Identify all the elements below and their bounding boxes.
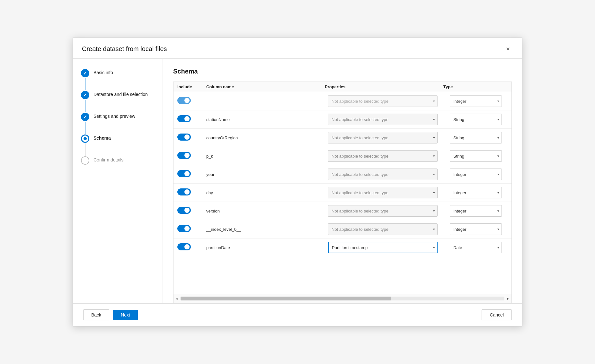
type-wrapper-p_k[interactable]: String Boolean Date Decimal Double Float… [450,150,502,162]
close-button[interactable]: × [503,44,513,54]
props-select-day[interactable]: Not applicable to selected type [328,187,438,198]
type-wrapper-day[interactable]: Integer Boolean Date Decimal Double Floa… [450,187,502,198]
table-header: Include Column name Properties Type [173,82,511,92]
toggle-version[interactable] [177,207,206,215]
toggle-stationName[interactable] [177,115,206,124]
props-select-countryOrRegion[interactable]: Not applicable to selected type [328,132,438,143]
props-select-year[interactable]: Not applicable to selected type [328,169,438,180]
props-select-version[interactable]: Not applicable to selected type [328,205,438,217]
next-button[interactable]: Next [113,310,138,320]
step-label-basic-info: Basic info [90,69,113,75]
step-label-confirm: Confirm details [90,156,123,162]
col-name-partitionDate: partitionDate [206,245,328,250]
type-select-countryOrRegion[interactable]: String Boolean Date Decimal Double Float… [450,132,502,143]
step-circle-confirm [81,156,89,165]
props-wrapper-year[interactable]: Not applicable to selected type ▾ [328,169,438,180]
type-select-version[interactable]: Integer Boolean Date Decimal Double Floa… [450,205,502,217]
type-wrapper-countryOrRegion[interactable]: String Boolean Date Decimal Double Float… [450,132,502,143]
type-wrapper-year[interactable]: Integer Boolean Date Decimal Double Floa… [450,169,502,180]
sidebar-item-basic-info[interactable]: ✓ Basic info [81,69,155,91]
back-button[interactable]: Back [83,309,109,320]
dialog-footer: Back Next Cancel [73,303,522,326]
toggle-partitionDate[interactable] [177,243,206,252]
props-wrapper-version[interactable]: Not applicable to selected type ▾ [328,205,438,217]
col-header-properties: Properties [325,84,443,89]
dialog-title: Create dataset from local files [82,45,167,53]
table-row: stationName Not applicable to selected t… [173,110,511,129]
toggle-index-level[interactable] [177,225,206,233]
sidebar-item-confirm[interactable]: Confirm details [81,156,155,165]
toggle-partial[interactable] [177,97,206,105]
props-select-p_k[interactable]: Not applicable to selected type [328,150,438,162]
type-select-p_k[interactable]: String Boolean Date Decimal Double Float… [450,150,502,162]
props-wrapper-countryOrRegion[interactable]: Not applicable to selected type ▾ [328,132,438,143]
step-line-2 [85,100,85,112]
props-wrapper-partial[interactable]: Not applicable to selected type ▾ [328,95,438,107]
col-header-column-name: Column name [206,84,325,89]
table-row: Not applicable to selected type ▾ Intege… [173,92,511,110]
props-select-partial[interactable]: Not applicable to selected type [328,95,438,107]
type-select-day[interactable]: Integer Boolean Date Decimal Double Floa… [450,187,502,198]
type-wrapper-partial[interactable]: Integer ▾ [450,95,502,107]
col-header-include: Include [177,84,206,89]
col-name-version: version [206,209,328,213]
step-line-3 [85,122,85,134]
type-select-stationName[interactable]: String Boolean Date Decimal Double Float… [450,114,502,125]
table-row: day Not applicable to selected type ▾ In… [173,184,511,202]
props-wrapper-p_k[interactable]: Not applicable to selected type ▾ [328,150,438,162]
step-circle-datastore: ✓ [81,91,89,99]
table-row: __index_level_0__ Not applicable to sele… [173,220,511,238]
scroll-left-arrow[interactable]: ◂ [173,295,180,302]
sidebar-item-datastore[interactable]: ✓ Datastore and file selection [81,91,155,113]
step-line-4 [85,143,85,156]
col-name-countryOrRegion: countryOrRegion [206,135,328,140]
col-name-p_k: p_k [206,154,328,159]
type-wrapper-stationName[interactable]: String Boolean Date Decimal Double Float… [450,114,502,125]
type-wrapper-partitionDate[interactable]: Date Boolean Decimal Double Float Intege… [450,242,502,253]
horizontal-scrollbar[interactable]: ◂ ▸ [173,294,511,303]
toggle-countryOrRegion[interactable] [177,134,206,142]
props-select-stationName[interactable]: Not applicable to selected type [328,114,438,125]
table-row: partitionDate Partition timestamp Not ap… [173,238,511,256]
type-select-partial[interactable]: Integer [450,95,502,107]
props-wrapper-day[interactable]: Not applicable to selected type ▾ [328,187,438,198]
cancel-button[interactable]: Cancel [482,309,512,320]
scroll-track[interactable] [181,297,504,300]
col-name-year: year [206,172,328,177]
toggle-p_k[interactable] [177,152,206,160]
col-name-index-level: __index_level_0__ [206,227,328,232]
table-row: version Not applicable to selected type … [173,202,511,220]
sidebar: ✓ Basic info ✓ Datastore and file select… [73,59,163,303]
type-select-index-level[interactable]: Integer Boolean Date Decimal Double Floa… [450,223,502,235]
scroll-right-arrow[interactable]: ▸ [505,295,511,302]
section-title: Schema [173,68,512,75]
table-row: year Not applicable to selected type ▾ I… [173,165,511,184]
sidebar-item-schema[interactable]: Schema [81,134,155,156]
toggle-year[interactable] [177,170,206,178]
props-wrapper-index-level[interactable]: Not applicable to selected type ▾ [328,223,438,235]
create-dataset-dialog: Create dataset from local files × ✓ Basi… [73,38,522,326]
type-wrapper-version[interactable]: Integer Boolean Date Decimal Double Floa… [450,205,502,217]
step-label-schema: Schema [90,134,111,141]
dialog-body: ✓ Basic info ✓ Datastore and file select… [73,59,522,303]
type-wrapper-index-level[interactable]: Integer Boolean Date Decimal Double Floa… [450,223,502,235]
schema-table: Include Column name Properties Type [173,82,512,303]
props-select-partitionDate[interactable]: Partition timestamp Not applicable to se… [328,242,438,253]
step-circle-basic-info: ✓ [81,69,89,77]
props-select-index-level[interactable]: Not applicable to selected type [328,223,438,235]
step-circle-settings: ✓ [81,113,89,121]
props-wrapper-stationName[interactable]: Not applicable to selected type ▾ [328,114,438,125]
type-select-year[interactable]: Integer Boolean Date Decimal Double Floa… [450,169,502,180]
scroll-thumb[interactable] [181,297,391,300]
table-row: countryOrRegion Not applicable to select… [173,129,511,147]
props-wrapper-partitionDate[interactable]: Partition timestamp Not applicable to se… [328,242,438,253]
dialog-header: Create dataset from local files × [73,38,522,59]
col-header-type: Type [443,84,501,89]
col-name-day: day [206,190,328,195]
schema-scroll-area[interactable]: Not applicable to selected type ▾ Intege… [173,92,511,294]
step-label-datastore: Datastore and file selection [90,91,148,97]
sidebar-item-settings[interactable]: ✓ Settings and preview [81,113,155,134]
step-circle-schema [81,134,89,143]
type-select-partitionDate[interactable]: Date Boolean Decimal Double Float Intege… [450,242,502,253]
toggle-day[interactable] [177,188,206,197]
